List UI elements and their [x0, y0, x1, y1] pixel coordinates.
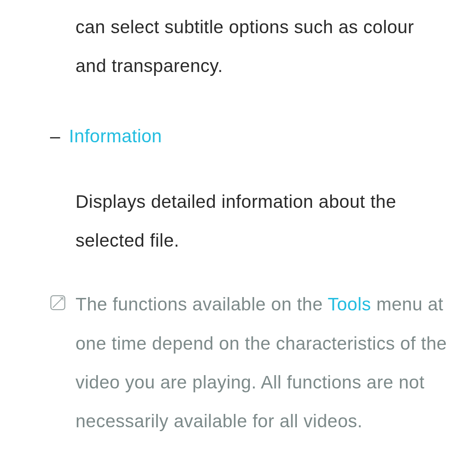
bullet-body-information: Displays detailed information about the …: [76, 182, 444, 260]
bullet-dash: –: [50, 117, 60, 156]
previous-item-continuation: can select subtitle options such as colo…: [76, 8, 444, 86]
note-text-post: menu at one time depend on the character…: [76, 294, 447, 431]
bullet-heading-information: Information: [69, 117, 162, 156]
note-icon: [50, 294, 66, 311]
note-highlight-tools: Tools: [327, 294, 371, 314]
svg-line-1: [53, 298, 63, 308]
note-text: The functions available on the Tools men…: [76, 285, 449, 441]
note-block: The functions available on the Tools men…: [50, 285, 449, 441]
note-text-pre: The functions available on the: [76, 294, 327, 314]
bullet-item-information: –Information: [50, 117, 444, 156]
